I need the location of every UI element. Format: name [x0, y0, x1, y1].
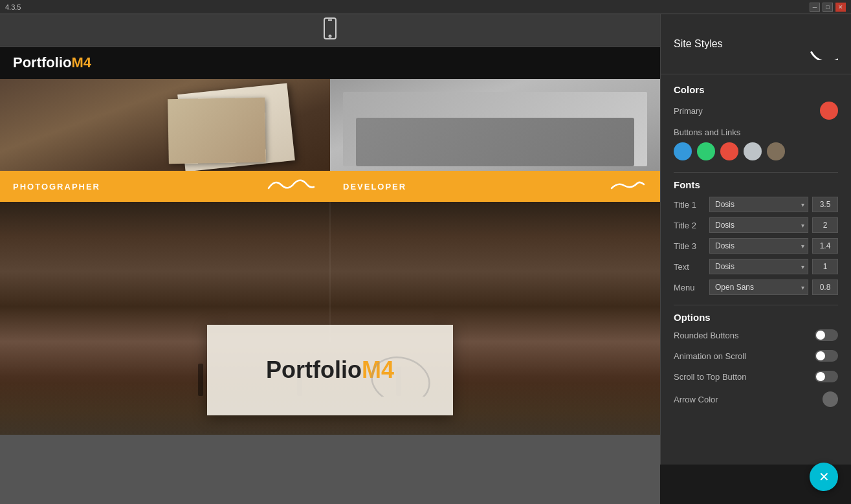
font-row-text: Text DosisOpen SansRoboto — [674, 259, 838, 274]
title3-font-select-wrapper: DosisOpen SansRoboto — [709, 238, 808, 254]
arrow-color-dot[interactable] — [823, 391, 838, 407]
title1-font-select-wrapper: DosisOpen SansRoboto — [709, 197, 808, 212]
panel-decoration — [793, 25, 838, 63]
text-size-input[interactable] — [812, 259, 838, 274]
color-dots-row — [674, 142, 838, 160]
text-font-select[interactable]: DosisOpen SansRoboto — [709, 259, 808, 274]
menu-font-select-wrapper: Open SansDosisRoboto — [709, 279, 808, 295]
menu-label: Menu — [674, 283, 709, 292]
title-bar: 4.3.5 ─ □ ✕ — [0, 0, 851, 14]
street-section: PortfolioM4 — [0, 202, 660, 435]
title3-size-input[interactable] — [812, 238, 838, 254]
text-label: Text — [674, 262, 709, 272]
right-panel: Site Styles Colors Primary — [660, 14, 851, 465]
right-panel-wrapper: Site Styles Colors Primary — [660, 14, 851, 504]
color-dot-red[interactable] — [720, 142, 738, 160]
site-logo-highlight: M4 — [71, 54, 91, 71]
portfolio-item-developer: DEVELOPER — [330, 79, 660, 202]
color-dot-green[interactable] — [697, 142, 715, 160]
color-dot-blue[interactable] — [674, 142, 692, 160]
fonts-section-title: Fonts — [674, 179, 838, 190]
color-dot-light-gray[interactable] — [744, 142, 762, 160]
title2-size-input[interactable] — [812, 217, 838, 233]
scroll-top-row: Scroll to Top Button — [674, 371, 838, 382]
panel-content: Colors Primary Buttons and Links — [661, 74, 851, 465]
title2-label: Title 2 — [674, 221, 709, 230]
site-logo: PortfolioM4 — [13, 54, 91, 71]
developer-squiggle-icon — [608, 177, 647, 196]
photographer-label-text: PHOTOGRAPHER — [13, 182, 100, 192]
title2-font-select-wrapper: DosisOpen SansRoboto — [709, 217, 808, 233]
version-label: 4.3.5 — [5, 3, 21, 11]
title1-size-input[interactable] — [812, 197, 838, 212]
buttons-links-label: Buttons and Links — [674, 127, 838, 137]
animation-scroll-toggle[interactable] — [815, 350, 838, 362]
separator-1 — [674, 172, 838, 173]
close-fab-icon: ✕ — [819, 469, 830, 485]
separator-2 — [674, 305, 838, 305]
portfolio-item-photographer: PHOTOGRAPHER — [0, 79, 330, 202]
options-section-title: Options — [674, 312, 838, 323]
font-row-title1: Title 1 DosisOpen SansRoboto — [674, 197, 838, 212]
title1-font-select[interactable]: DosisOpen SansRoboto — [709, 197, 808, 212]
text-font-select-wrapper: DosisOpen SansRoboto — [709, 259, 808, 274]
scroll-top-label: Scroll to Top Button — [674, 372, 815, 382]
site-header: PortfolioM4 — [0, 47, 660, 79]
primary-color-dot[interactable] — [820, 102, 838, 120]
rounded-buttons-label: Rounded Buttons — [674, 331, 815, 340]
developer-label-text: DEVELOPER — [343, 182, 406, 192]
close-button[interactable]: ✕ — [835, 3, 846, 12]
bottom-logo-card: PortfolioM4 — [207, 325, 453, 415]
menu-size-input[interactable] — [812, 279, 838, 295]
animation-scroll-row: Animation on Scroll — [674, 350, 838, 362]
photographer-squiggle-icon — [265, 175, 317, 198]
fonts-section: Fonts Title 1 DosisOpen SansRoboto — [674, 179, 838, 295]
svg-point-4 — [809, 25, 838, 60]
developer-label: DEVELOPER — [330, 171, 660, 202]
font-row-title2: Title 2 DosisOpen SansRoboto — [674, 217, 838, 233]
top-toolbar — [0, 14, 660, 47]
title2-font-select[interactable]: DosisOpen SansRoboto — [709, 217, 808, 233]
scroll-top-toggle[interactable] — [815, 371, 838, 382]
main-layout: PortfolioM4 PHOTOGRAPHER — [0, 14, 851, 504]
mobile-device-icon[interactable] — [322, 17, 338, 44]
title1-label: Title 1 — [674, 200, 709, 210]
arrow-color-row: Arrow Color — [674, 391, 838, 407]
minimize-button[interactable]: ─ — [810, 3, 820, 12]
color-dot-brown[interactable] — [767, 142, 785, 160]
close-fab-button[interactable]: ✕ — [810, 463, 838, 491]
panel-header: Site Styles — [661, 14, 851, 74]
portfolio-grid: PHOTOGRAPHER — [0, 79, 660, 202]
animation-scroll-label: Animation on Scroll — [674, 351, 815, 361]
rounded-buttons-toggle[interactable] — [815, 329, 838, 341]
maximize-button[interactable]: □ — [823, 3, 833, 12]
colors-section-title: Colors — [674, 84, 838, 95]
font-row-title3: Title 3 DosisOpen SansRoboto — [674, 238, 838, 254]
menu-font-select[interactable]: Open SansDosisRoboto — [709, 279, 808, 295]
spacer — [674, 416, 838, 455]
photographer-label: PHOTOGRAPHER — [0, 171, 330, 202]
colors-section: Colors Primary Buttons and Links — [674, 84, 838, 160]
window-controls[interactable]: ─ □ ✕ — [810, 3, 846, 12]
panel-title: Site Styles — [674, 38, 723, 50]
canvas-area: PortfolioM4 PHOTOGRAPHER — [0, 14, 660, 504]
title3-font-select[interactable]: DosisOpen SansRoboto — [709, 238, 808, 254]
rounded-buttons-row: Rounded Buttons — [674, 329, 838, 341]
primary-row: Primary — [674, 102, 838, 120]
primary-label: Primary — [674, 106, 820, 116]
options-section: Options Rounded Buttons Animation on Scr… — [674, 312, 838, 407]
svg-point-2 — [329, 35, 331, 37]
font-row-menu: Menu Open SansDosisRoboto — [674, 279, 838, 295]
title3-label: Title 3 — [674, 241, 709, 251]
svg-point-3 — [368, 351, 433, 397]
arrow-color-label: Arrow Color — [674, 395, 823, 404]
website-preview: PortfolioM4 PHOTOGRAPHER — [0, 47, 660, 504]
